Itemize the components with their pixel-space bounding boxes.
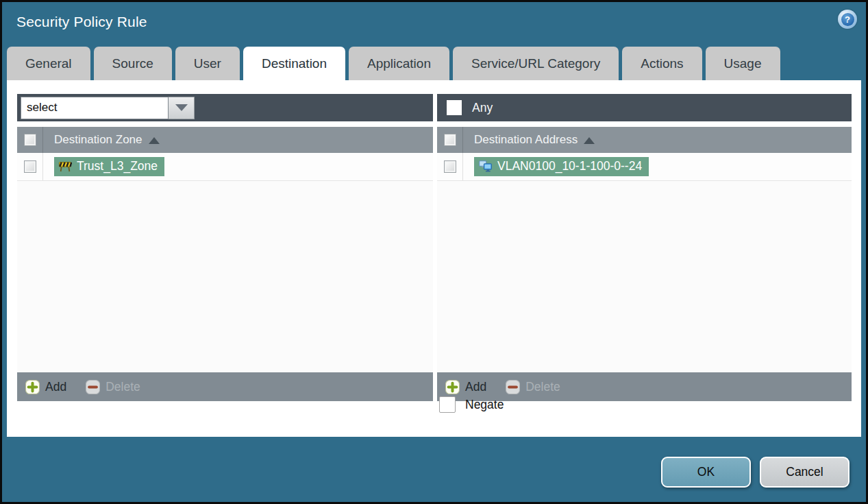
sort-ascending-icon[interactable] <box>149 137 160 144</box>
ok-button[interactable]: OK <box>661 457 751 488</box>
zone-select-input[interactable] <box>21 97 169 119</box>
address-row-checkbox-cell <box>437 153 463 180</box>
delete-button-label: Delete <box>106 380 140 394</box>
address-header-checkbox-cell <box>437 127 463 153</box>
any-checkbox[interactable] <box>447 100 462 115</box>
help-icon-glyph: ? <box>841 13 854 26</box>
zone-item-trust-l3-zone[interactable]: Trust_L3_Zone <box>54 157 164 176</box>
tab-user[interactable]: User <box>175 47 240 80</box>
tab-bar: General Source User Destination Applicat… <box>7 47 861 80</box>
add-address-button[interactable]: Add <box>445 380 486 394</box>
help-icon[interactable]: ? <box>838 10 857 29</box>
any-label: Any <box>472 101 493 115</box>
destination-address-panel: Any Destination Address <box>437 94 852 401</box>
security-policy-rule-dialog: Security Policy Rule ? General Source Us… <box>0 0 868 504</box>
zone-column-header[interactable]: Destination Zone <box>54 133 142 147</box>
select-all-addresses-checkbox[interactable] <box>444 134 456 146</box>
address-row-checkbox[interactable] <box>444 160 456 173</box>
address-column-header[interactable]: Destination Address <box>474 133 578 147</box>
delete-address-button[interactable]: Delete <box>506 380 560 394</box>
address-icon <box>478 159 493 173</box>
add-zone-button[interactable]: Add <box>25 380 66 394</box>
tab-destination[interactable]: Destination <box>243 47 345 80</box>
add-button-label: Add <box>465 380 486 394</box>
address-table-header: Destination Address <box>437 127 852 153</box>
zone-select-dropdown-button[interactable] <box>169 97 195 119</box>
delete-button-label: Delete <box>525 380 560 394</box>
destination-zone-panel: Destination Zone Trust_L3_Zone <box>17 94 433 401</box>
panel-gap <box>437 121 852 127</box>
tab-general[interactable]: General <box>7 47 90 80</box>
negate-checkbox[interactable] <box>439 396 456 413</box>
title-bar: Security Policy Rule ? <box>2 2 866 47</box>
zone-row-checkbox-cell <box>17 153 43 180</box>
zone-item-label: Trust_L3_Zone <box>77 159 158 173</box>
delete-zone-button[interactable]: Delete <box>86 380 140 394</box>
tab-application[interactable]: Application <box>349 47 449 80</box>
add-button-label: Add <box>45 380 66 394</box>
tab-usage[interactable]: Usage <box>706 47 780 80</box>
table-row[interactable]: VLAN0100_10-1-100-0--24 <box>437 153 852 181</box>
delete-icon <box>86 380 100 394</box>
address-item-vlan0100[interactable]: VLAN0100_10-1-100-0--24 <box>474 157 649 176</box>
tab-actions[interactable]: Actions <box>622 47 702 80</box>
zone-table-header: Destination Zone <box>17 127 433 153</box>
address-panel-toolbar: Any <box>437 94 852 121</box>
add-icon <box>445 380 460 394</box>
destination-tab-content: Destination Zone Trust_L3_Zone <box>7 80 861 437</box>
add-icon <box>25 380 40 394</box>
select-all-zones-checkbox[interactable] <box>24 134 36 146</box>
zone-table-body: Trust_L3_Zone <box>17 153 433 372</box>
tab-source[interactable]: Source <box>94 47 172 80</box>
chevron-down-icon <box>175 104 188 111</box>
sort-ascending-icon[interactable] <box>584 137 595 144</box>
tab-service-url-category[interactable]: Service/URL Category <box>453 47 619 80</box>
zone-select-combobox <box>21 97 195 119</box>
zone-panel-toolbar <box>17 94 433 121</box>
zone-panel-footer: Add Delete <box>17 372 433 401</box>
cancel-button[interactable]: Cancel <box>760 457 850 488</box>
dialog-title: Security Policy Rule <box>16 14 147 30</box>
negate-option: Negate <box>439 396 504 413</box>
zone-row-checkbox[interactable] <box>24 160 36 173</box>
address-table-body: VLAN0100_10-1-100-0--24 <box>437 153 852 372</box>
table-row[interactable]: Trust_L3_Zone <box>17 153 433 181</box>
panel-gap <box>17 121 433 127</box>
negate-label: Negate <box>465 398 504 412</box>
address-item-label: VLAN0100_10-1-100-0--24 <box>497 159 642 173</box>
zone-icon <box>58 160 72 173</box>
zone-header-checkbox-cell <box>17 127 43 153</box>
delete-icon <box>506 380 520 394</box>
